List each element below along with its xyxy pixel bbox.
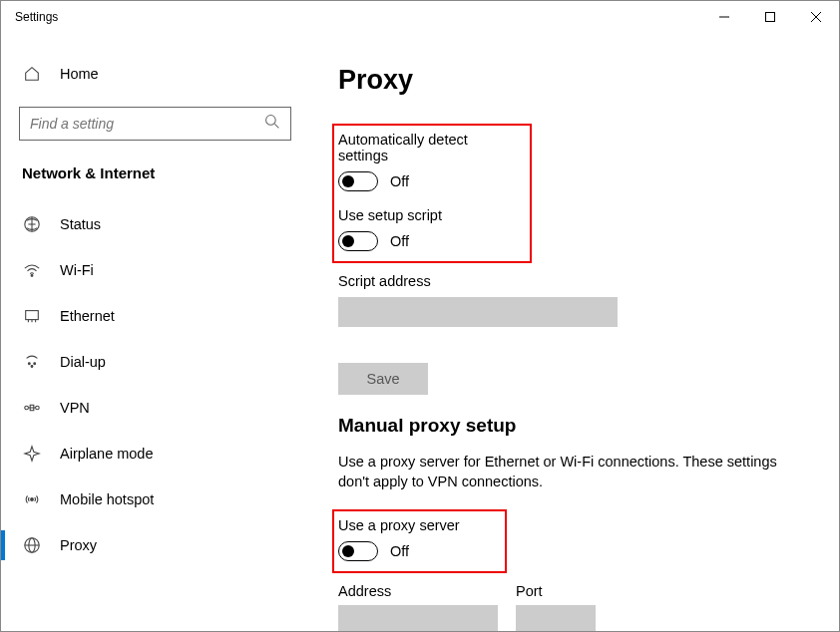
setup-script-state: Off [390,233,409,249]
sidebar-item-label: Ethernet [60,308,115,324]
manual-description: Use a proxy server for Ethernet or Wi-Fi… [338,453,811,491]
svg-rect-1 [766,13,775,22]
save-button[interactable]: Save [338,363,428,395]
minimize-button[interactable] [701,1,747,33]
svg-point-4 [266,116,276,126]
highlight-auto-section: Automatically detect settings Off Use se… [332,124,532,263]
hotspot-icon [22,489,42,509]
sidebar-item-label: Proxy [60,537,97,553]
port-label: Port [516,583,596,599]
airplane-icon [22,444,42,464]
home-nav[interactable]: Home [19,55,291,93]
svg-point-16 [31,366,33,368]
status-icon [22,214,42,234]
sidebar: Home Network & Internet Status Wi-Fi Eth… [1,33,310,631]
sidebar-item-status[interactable]: Status [19,201,291,247]
search-input[interactable] [30,116,264,132]
sidebar-item-label: Status [60,216,101,232]
setup-script-toggle[interactable] [338,231,378,251]
sidebar-item-hotspot[interactable]: Mobile hotspot [19,476,291,522]
address-label: Address [338,583,498,599]
sidebar-item-airplane[interactable]: Airplane mode [19,431,291,476]
dialup-icon [22,352,42,372]
sidebar-item-label: Mobile hotspot [60,491,154,507]
proxy-icon [22,535,42,555]
address-input[interactable] [338,605,498,631]
svg-point-14 [28,363,30,365]
sidebar-item-label: Dial-up [60,354,106,370]
home-icon [22,64,42,84]
sidebar-item-wifi[interactable]: Wi-Fi [19,247,291,293]
sidebar-item-label: Wi-Fi [60,262,94,278]
port-input[interactable] [516,605,596,631]
ethernet-icon [22,306,42,326]
setup-script-label: Use setup script [338,207,520,223]
use-proxy-toggle[interactable] [338,541,378,561]
svg-point-9 [31,275,33,277]
search-icon [264,114,280,134]
window-title: Settings [15,10,701,24]
page-title: Proxy [338,65,811,96]
search-field[interactable] [19,107,291,141]
svg-point-18 [36,406,40,410]
titlebar: Settings [1,1,839,33]
home-label: Home [60,66,99,82]
script-address-label: Script address [338,273,811,289]
manual-heading: Manual proxy setup [338,415,811,437]
sidebar-item-dialup[interactable]: Dial-up [19,339,291,385]
sidebar-item-label: VPN [60,400,90,416]
svg-point-17 [25,406,29,410]
sidebar-item-label: Airplane mode [60,446,154,462]
auto-detect-toggle[interactable] [338,171,378,191]
svg-point-15 [34,363,36,365]
svg-rect-10 [26,311,39,320]
wifi-icon [22,260,42,280]
main-content: Proxy Automatically detect settings Off … [310,33,839,631]
sidebar-item-vpn[interactable]: VPN [19,385,291,431]
maximize-button[interactable] [747,1,793,33]
sidebar-item-ethernet[interactable]: Ethernet [19,293,291,339]
svg-point-21 [31,498,34,501]
auto-detect-label: Automatically detect settings [338,132,520,163]
vpn-icon [22,398,42,418]
window-controls [701,1,839,33]
sidebar-item-proxy[interactable]: Proxy [19,522,291,568]
auto-detect-state: Off [390,173,409,189]
highlight-proxy-section: Use a proxy server Off [332,509,507,573]
category-header: Network & Internet [19,164,291,181]
use-proxy-label: Use a proxy server [338,517,495,533]
use-proxy-state: Off [390,543,409,559]
close-button[interactable] [793,1,839,33]
script-address-input[interactable] [338,297,618,327]
svg-line-5 [274,124,278,128]
